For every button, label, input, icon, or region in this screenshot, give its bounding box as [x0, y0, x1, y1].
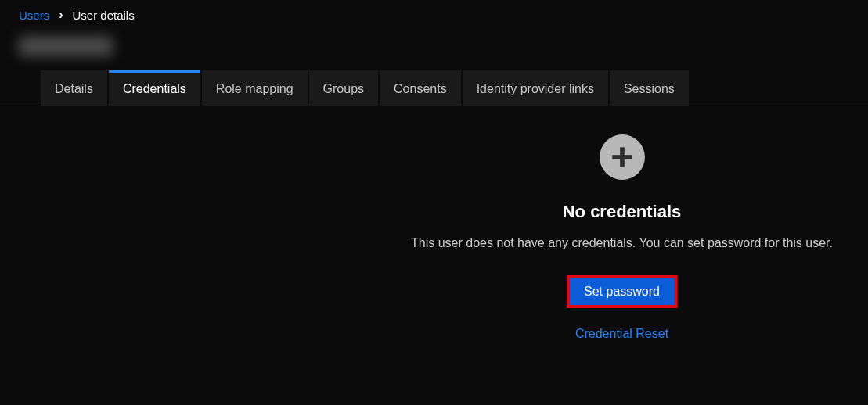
tab-sessions[interactable]: Sessions: [610, 70, 689, 106]
svg-rect-1: [612, 155, 632, 159]
breadcrumb-parent-link[interactable]: Users: [19, 9, 49, 22]
empty-state-title: No credentials: [563, 202, 682, 222]
user-name-redacted: [19, 36, 113, 56]
tab-groups[interactable]: Groups: [309, 70, 378, 106]
plus-circle-icon: [600, 134, 645, 180]
breadcrumb-current: User details: [73, 9, 135, 22]
empty-state-description: This user does not have any credentials.…: [411, 236, 833, 250]
credential-reset-link[interactable]: Credential Reset: [575, 327, 668, 341]
tab-role-mapping[interactable]: Role mapping: [202, 70, 308, 106]
page-title-area: [0, 27, 868, 70]
tab-credentials[interactable]: Credentials: [109, 70, 200, 106]
empty-state: No credentials This user does not have a…: [376, 134, 868, 341]
set-password-button[interactable]: Set password: [567, 275, 677, 308]
breadcrumb: Users › User details: [0, 0, 868, 27]
tab-details[interactable]: Details: [41, 70, 107, 106]
tabs: Details Credentials Role mapping Groups …: [0, 70, 868, 106]
tab-consents[interactable]: Consents: [380, 70, 461, 106]
chevron-right-icon: ›: [59, 8, 63, 22]
tab-identity-provider-links[interactable]: Identity provider links: [463, 70, 608, 106]
